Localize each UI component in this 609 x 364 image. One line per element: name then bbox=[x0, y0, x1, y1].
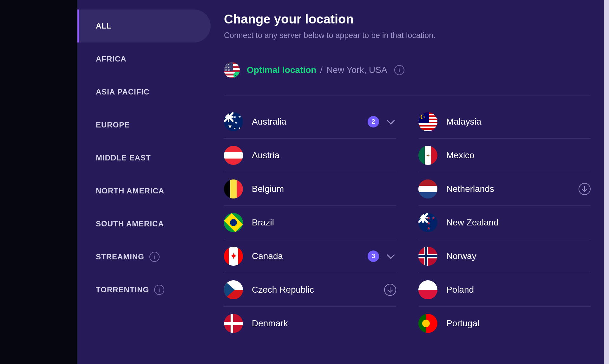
location-column-right: MalaysiaMexicoNetherlandsNew ZealandNorw… bbox=[418, 105, 591, 340]
location-name: Brazil bbox=[252, 218, 396, 228]
location-name: Netherlands bbox=[446, 184, 570, 194]
app-window: ALL AFRICA ASIA PACIFIC EUROPE MIDDLE EA… bbox=[77, 0, 609, 364]
location-row-pt[interactable]: Portugal bbox=[418, 307, 591, 340]
flag-mx-icon bbox=[418, 146, 437, 165]
location-row-my[interactable]: Malaysia bbox=[418, 105, 591, 139]
location-row-pl[interactable]: Poland bbox=[418, 273, 591, 307]
location-name: Denmark bbox=[252, 318, 396, 328]
location-name: Austria bbox=[252, 150, 396, 160]
location-name: Czech Republic bbox=[252, 285, 375, 295]
location-name: Malaysia bbox=[446, 117, 591, 127]
sidebar: ALL AFRICA ASIA PACIFIC EUROPE MIDDLE EA… bbox=[77, 0, 211, 364]
divider bbox=[224, 95, 591, 95]
optimal-separator: / bbox=[320, 65, 323, 75]
sidebar-item-label: TORRENTING bbox=[96, 285, 149, 294]
sidebar-item-label: ASIA PACIFIC bbox=[96, 88, 149, 96]
location-row-be[interactable]: Belgium bbox=[224, 172, 396, 206]
location-row-at[interactable]: Austria bbox=[224, 139, 396, 172]
sidebar-item-asia-pacific[interactable]: ASIA PACIFIC bbox=[77, 75, 211, 108]
flag-no-icon bbox=[418, 247, 437, 266]
sidebar-item-south-america[interactable]: SOUTH AMERICA bbox=[77, 207, 211, 240]
info-icon[interactable]: i bbox=[154, 285, 164, 295]
location-name: Poland bbox=[446, 285, 591, 295]
sidebar-item-north-america[interactable]: NORTH AMERICA bbox=[77, 174, 211, 207]
flag-be-icon bbox=[224, 179, 243, 198]
sidebar-item-torrenting[interactable]: TORRENTING i bbox=[77, 273, 211, 306]
sidebar-item-label: ALL bbox=[96, 22, 112, 30]
optimal-location-name: New York, USA bbox=[326, 65, 387, 75]
optimal-text: Optimal location / New York, USA bbox=[247, 65, 387, 75]
check-icon bbox=[233, 72, 240, 78]
chevron-down-icon[interactable] bbox=[387, 116, 395, 124]
sidebar-item-all[interactable]: ALL bbox=[77, 10, 211, 42]
location-row-br[interactable]: Brazil bbox=[224, 206, 396, 239]
info-icon[interactable]: i bbox=[149, 252, 160, 262]
server-count-badge: 3 bbox=[368, 250, 379, 262]
sidebar-item-middle-east[interactable]: MIDDLE EAST bbox=[77, 141, 211, 174]
location-row-no[interactable]: Norway bbox=[418, 239, 591, 273]
flag-pt-icon bbox=[418, 314, 437, 333]
location-name: Canada bbox=[252, 251, 359, 261]
sidebar-item-africa[interactable]: AFRICA bbox=[77, 42, 211, 75]
flag-cz-icon bbox=[224, 280, 243, 299]
optimal-location-row[interactable]: Optimal location / New York, USA i bbox=[224, 62, 591, 78]
flag-pl-icon bbox=[418, 280, 437, 299]
location-row-nl[interactable]: Netherlands bbox=[418, 172, 591, 206]
sidebar-item-label: NORTH AMERICA bbox=[96, 186, 164, 195]
download-icon[interactable] bbox=[579, 183, 591, 195]
sidebar-item-label: AFRICA bbox=[96, 55, 127, 63]
letterbox-left bbox=[0, 0, 77, 364]
page-title: Change your location bbox=[224, 12, 591, 26]
flag-at-icon bbox=[224, 146, 243, 165]
sidebar-item-label: MIDDLE EAST bbox=[96, 153, 151, 162]
sidebar-item-label: EUROPE bbox=[96, 120, 130, 129]
sidebar-item-label: STREAMING bbox=[96, 252, 144, 261]
location-row-dk[interactable]: Denmark bbox=[224, 307, 396, 340]
flag-au-icon bbox=[224, 112, 243, 131]
location-name: Australia bbox=[252, 117, 359, 127]
flag-nz-icon bbox=[418, 213, 437, 232]
info-icon[interactable]: i bbox=[394, 65, 404, 75]
scrollbar[interactable] bbox=[604, 0, 609, 364]
location-name: Belgium bbox=[252, 184, 396, 194]
flag-ca-icon bbox=[224, 247, 243, 266]
sidebar-item-europe[interactable]: EUROPE bbox=[77, 108, 211, 141]
sidebar-item-streaming[interactable]: STREAMING i bbox=[77, 240, 211, 273]
server-count-badge: 2 bbox=[368, 116, 379, 127]
location-row-mx[interactable]: Mexico bbox=[418, 139, 591, 172]
location-row-cz[interactable]: Czech Republic bbox=[224, 273, 396, 307]
page-subtitle: Connect to any server below to appear to… bbox=[224, 31, 591, 40]
flag-usa-icon bbox=[224, 62, 240, 78]
sidebar-item-label: SOUTH AMERICA bbox=[96, 219, 164, 228]
download-icon[interactable] bbox=[384, 284, 396, 296]
main-content: Change your location Connect to any serv… bbox=[211, 0, 604, 364]
flag-dk-icon bbox=[224, 314, 243, 333]
location-name: Mexico bbox=[446, 150, 591, 160]
location-name: Portugal bbox=[446, 318, 591, 328]
location-name: Norway bbox=[446, 251, 591, 261]
optimal-label: Optimal location bbox=[247, 65, 316, 75]
flag-my-icon bbox=[418, 112, 437, 131]
flag-br-icon bbox=[224, 213, 243, 232]
location-row-ca[interactable]: Canada3 bbox=[224, 239, 396, 273]
flag-nl-icon bbox=[418, 179, 437, 198]
location-row-au[interactable]: Australia2 bbox=[224, 105, 396, 139]
location-name: New Zealand bbox=[446, 218, 591, 228]
location-column-left: Australia2AustriaBelgiumBrazilCanada3Cze… bbox=[224, 105, 396, 340]
chevron-down-icon[interactable] bbox=[387, 251, 395, 259]
location-row-nz[interactable]: New Zealand bbox=[418, 206, 591, 239]
location-columns: Australia2AustriaBelgiumBrazilCanada3Cze… bbox=[224, 105, 591, 340]
